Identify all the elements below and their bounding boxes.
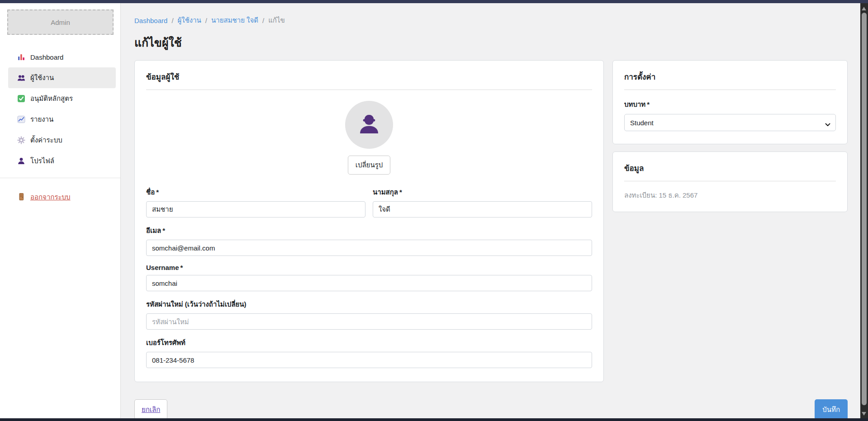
breadcrumb-separator: / <box>205 17 207 24</box>
bar-chart-icon <box>17 53 25 61</box>
last-name-field: นามสกุล* <box>373 187 592 218</box>
sidebar-item-profile[interactable]: โปรไฟล์ <box>8 151 116 171</box>
phone-input[interactable] <box>146 352 592 368</box>
breadcrumb-link-user-name[interactable]: นายสมชาย ใจดี <box>211 15 258 26</box>
scrollbar[interactable] <box>860 3 868 418</box>
email-input[interactable] <box>146 240 592 256</box>
sidebar-item-label: ตั้งค่าระบบ <box>30 135 62 146</box>
bottom-edge-bar <box>0 418 868 421</box>
save-button[interactable]: บันทึก <box>815 399 848 420</box>
cancel-button[interactable]: ยกเลิก <box>134 399 167 420</box>
info-card: ข้อมูล ลงทะเบียน: 15 ธ.ค. 2567 <box>612 151 848 212</box>
logout-link[interactable]: ออกจากระบบ <box>8 188 116 206</box>
app-window: Admin Dashboard ผู้ใช้งาน อนุมัติหลักสูต… <box>0 3 860 418</box>
main-content: Dashboard / ผู้ใช้งาน / นายสมชาย ใจดี / … <box>121 3 860 418</box>
breadcrumb: Dashboard / ผู้ใช้งาน / นายสมชาย ใจดี / … <box>134 15 848 26</box>
top-accent-bar <box>0 0 868 3</box>
sidebar-item-label: ผู้ใช้งาน <box>30 72 54 83</box>
sidebar-item-label: โปรไฟล์ <box>30 156 54 166</box>
trend-chart-icon <box>17 115 25 123</box>
breadcrumb-link-users[interactable]: ผู้ใช้งาน <box>178 15 201 26</box>
registered-date-text: ลงทะเบียน: 15 ธ.ค. 2567 <box>624 190 836 201</box>
required-marker: * <box>162 227 165 234</box>
new-password-input[interactable] <box>146 313 592 330</box>
required-marker: * <box>399 188 402 196</box>
settings-card-title: การตั้งค่า <box>624 71 836 83</box>
sidebar-divider <box>0 178 120 178</box>
change-photo-button[interactable]: เปลี่ยนรูป <box>348 156 390 175</box>
settings-card: การตั้งค่า บทบาท* Student <box>612 60 848 144</box>
scrollbar-thumb[interactable] <box>862 13 867 405</box>
required-marker: * <box>647 100 650 108</box>
scrollbar-down-arrow[interactable] <box>862 412 866 416</box>
sidebar-item-users[interactable]: ผู้ใช้งาน <box>8 67 116 88</box>
user-info-card: ข้อมูลผู้ใช้ เปลี่ยนรูป ชื่อ* <box>134 60 604 382</box>
sidebar-item-approve-courses[interactable]: อนุมัติหลักสูตร <box>8 88 116 109</box>
email-field: อีเมล* <box>146 225 592 256</box>
admin-logo-box: Admin <box>7 9 114 35</box>
info-card-title: ข้อมูล <box>624 162 836 174</box>
breadcrumb-separator: / <box>262 17 264 24</box>
card-divider <box>624 181 836 181</box>
role-select[interactable]: Student <box>624 114 836 131</box>
breadcrumb-separator: / <box>171 17 173 24</box>
user-info-card-title: ข้อมูลผู้ใช้ <box>146 71 592 83</box>
card-divider <box>624 90 836 90</box>
role-label: บทบาท* <box>624 99 836 110</box>
required-marker: * <box>156 188 159 196</box>
sidebar: Admin Dashboard ผู้ใช้งาน อนุมัติหลักสูต… <box>0 3 121 418</box>
person-silhouette-icon <box>355 110 384 140</box>
sidebar-item-label: อนุมัติหลักสูตร <box>30 93 73 104</box>
phone-label: เบอร์โทรศัพท์ <box>146 337 592 348</box>
avatar <box>345 101 393 149</box>
sidebar-item-label: Dashboard <box>30 53 63 61</box>
username-field: Username* <box>146 264 592 291</box>
last-name-input[interactable] <box>373 201 592 218</box>
admin-label: Admin <box>51 19 70 26</box>
gear-icon <box>17 136 25 144</box>
breadcrumb-current: แก้ไข <box>268 15 285 26</box>
sidebar-nav: Dashboard ผู้ใช้งาน อนุมัติหลักสูตร รายง… <box>0 47 120 171</box>
check-approve-icon <box>17 95 25 103</box>
breadcrumb-link-dashboard[interactable]: Dashboard <box>134 17 167 24</box>
first-name-input[interactable] <box>146 201 365 218</box>
new-password-label: รหัสผ่านใหม่ (เว้นว่างถ้าไม่เปลี่ยน) <box>146 299 592 310</box>
first-name-field: ชื่อ* <box>146 187 365 218</box>
last-name-label: นามสกุล* <box>373 187 592 198</box>
phone-field: เบอร์โทรศัพท์ <box>146 337 592 368</box>
username-label: Username* <box>146 264 592 271</box>
username-input[interactable] <box>146 275 592 291</box>
first-name-label: ชื่อ* <box>146 187 365 198</box>
person-icon <box>17 157 25 165</box>
scrollbar-up-arrow[interactable] <box>862 7 866 10</box>
sidebar-item-reports[interactable]: รายงาน <box>8 109 116 130</box>
email-label: อีเมล* <box>146 225 592 236</box>
page-title: แก้ไขผู้ใช้ <box>134 33 848 52</box>
required-marker: * <box>180 264 183 271</box>
users-icon <box>17 74 25 82</box>
new-password-field: รหัสผ่านใหม่ (เว้นว่างถ้าไม่เปลี่ยน) <box>146 299 592 330</box>
sidebar-item-system-settings[interactable]: ตั้งค่าระบบ <box>8 130 116 151</box>
logout-label: ออกจากระบบ <box>30 192 71 203</box>
sidebar-item-dashboard[interactable]: Dashboard <box>8 47 116 67</box>
sidebar-item-label: รายงาน <box>30 114 53 125</box>
door-icon <box>17 193 25 202</box>
